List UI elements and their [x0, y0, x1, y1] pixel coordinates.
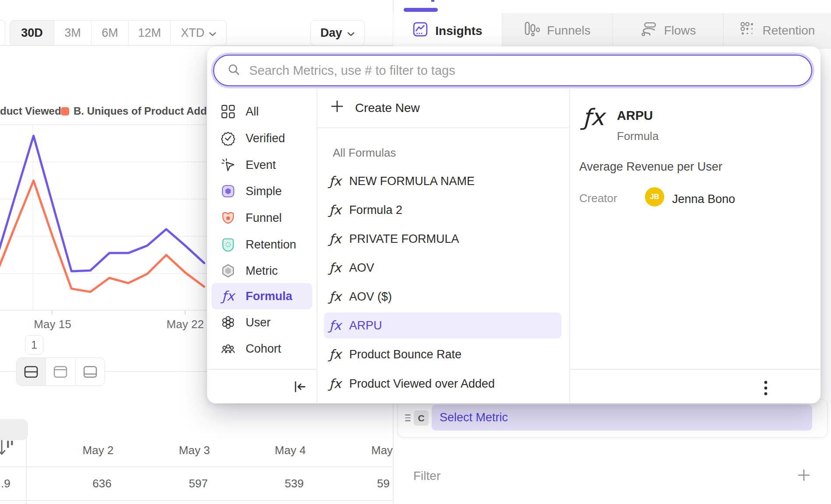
- legend-series-b-swatch[interactable]: [61, 107, 69, 116]
- formula-icon: ƒx: [329, 290, 341, 303]
- filter-section-label: Filter: [413, 469, 440, 483]
- layout-split-button[interactable]: [17, 358, 46, 385]
- search-placeholder: Search Metrics, use # to filter to tags: [249, 63, 455, 78]
- formula-name: Product Viewed over Added: [349, 377, 495, 391]
- sidebar-item-label: Metric: [246, 264, 278, 278]
- drag-handle-icon[interactable]: [405, 414, 411, 421]
- sidebar-item-label: All: [246, 105, 259, 119]
- bottom-view-icon: [83, 366, 97, 378]
- range-12m-button[interactable]: 12M: [129, 21, 171, 46]
- formula-icon: ƒx: [583, 104, 604, 130]
- layout-bottom-button[interactable]: [76, 358, 105, 385]
- formula-name: NEW FORMULA NAME: [349, 175, 475, 188]
- range-xtd-label: XTD: [181, 26, 204, 40]
- sidebar-item-funnel[interactable]: Funnel: [211, 205, 312, 231]
- sidebar-item-simple[interactable]: Simple: [211, 178, 312, 204]
- report-tabs: Insights Funnels Flows Retention: [393, 13, 831, 49]
- table-cell: 597: [168, 477, 229, 490]
- granularity-button[interactable]: Day: [310, 20, 365, 46]
- detail-type: Formula: [617, 130, 658, 143]
- detail-footer-divider: [569, 369, 820, 370]
- user-icon: [220, 315, 236, 330]
- table-header[interactable]: May 3: [164, 444, 225, 457]
- formula-icon: ƒx: [329, 262, 341, 274]
- sidebar-item-label: Retention: [246, 238, 296, 252]
- granularity-label: Day: [320, 26, 342, 40]
- formula-list-item[interactable]: ƒxFormula 2: [324, 197, 561, 223]
- sort-descending-icon[interactable]: [0, 438, 14, 459]
- sidebar-item-label: Funnel: [246, 211, 282, 225]
- formula-name: AOV ($): [349, 290, 392, 304]
- sidebar-item-label: Simple: [246, 185, 282, 198]
- modal-column-divider: [569, 88, 570, 403]
- formula-icon: ƒx: [329, 204, 341, 217]
- range-30d-button[interactable]: 30D: [10, 21, 54, 46]
- sidebar-item-retention[interactable]: Retention: [211, 231, 312, 258]
- legend-series-a-label[interactable]: duct Viewed: [0, 105, 61, 117]
- sidebar-item-metric[interactable]: Metric: [211, 258, 312, 284]
- formula-list-item[interactable]: ƒxPRIVATE FORMULA: [324, 226, 561, 252]
- active-nav-indicator: [404, 8, 438, 12]
- sidebar-item-all[interactable]: All: [211, 98, 312, 125]
- table-header[interactable]: May 4: [260, 444, 321, 457]
- formula-list-item[interactable]: ƒxProduct Viewed over Added: [324, 371, 561, 397]
- formula-list-item[interactable]: ƒxProduct Bounce Rate: [324, 341, 561, 368]
- table-header[interactable]: May 2: [67, 444, 129, 457]
- table-column-divider: [26, 437, 27, 504]
- range-xtd-button[interactable]: XTD: [171, 21, 226, 46]
- page-number-badge[interactable]: 1: [25, 335, 43, 354]
- sidebar-footer-divider: [207, 369, 317, 370]
- formula-icon: ƒx: [329, 233, 341, 245]
- funnel-icon: [220, 210, 236, 226]
- split-view-icon: [24, 366, 38, 378]
- metric-search-input[interactable]: Search Metrics, use # to filter to tags: [213, 55, 812, 86]
- formula-list-item[interactable]: ƒxAOV: [324, 255, 561, 281]
- tab-funnels-label: Funnels: [547, 24, 591, 38]
- table-tab-chip[interactable]: [0, 419, 28, 440]
- flows-icon: [640, 21, 657, 40]
- create-new-button[interactable]: Create New: [331, 100, 420, 116]
- sidebar-item-formula[interactable]: ƒx Formula: [211, 283, 312, 309]
- modal-column-divider: [317, 88, 317, 403]
- kebab-menu-icon[interactable]: [763, 380, 768, 398]
- table-header[interactable]: May: [371, 444, 393, 457]
- collapse-sidebar-icon[interactable]: [293, 380, 307, 396]
- sidebar-item-verified[interactable]: Verified: [211, 125, 312, 151]
- formula-list-item-selected[interactable]: ƒxARPU: [324, 312, 561, 339]
- formula-icon: ƒx: [220, 288, 236, 304]
- add-filter-icon[interactable]: [797, 468, 811, 484]
- table-header-border: [0, 466, 393, 467]
- app-screen: 30D 3M 6M 12M XTD Day Insights Funnels F…: [0, 0, 831, 504]
- detail-description: Average Revenue per User: [579, 160, 722, 174]
- sidebar-item-cohort[interactable]: Cohort: [211, 336, 312, 362]
- tab-funnels[interactable]: Funnels: [502, 13, 613, 49]
- cohort-icon: [220, 341, 236, 357]
- formula-list-item[interactable]: ƒxNEW FORMULA NAME: [324, 168, 561, 194]
- layout-toggle-group: [16, 357, 105, 386]
- formula-icon: ƒx: [329, 319, 341, 332]
- formula-icon: ƒx: [329, 348, 341, 361]
- tab-insights-label: Insights: [435, 24, 482, 38]
- list-divider: [317, 127, 569, 128]
- sidebar-item-label: Event: [246, 158, 276, 172]
- partial-range-button[interactable]: [0, 20, 5, 46]
- layout-top-button[interactable]: [46, 358, 75, 385]
- tab-retention[interactable]: Retention: [723, 13, 831, 49]
- sidebar-item-event[interactable]: Event: [211, 152, 312, 178]
- sidebar-item-label: Verified: [246, 132, 285, 145]
- metric-picker-modal: Search Metrics, use # to filter to tags …: [207, 46, 820, 403]
- range-3m-button[interactable]: 3M: [54, 21, 92, 46]
- table-row-border: [0, 500, 393, 501]
- legend-series-b-label[interactable]: B. Uniques of Product Add: [74, 105, 207, 117]
- select-metric-button[interactable]: Select Metric: [432, 405, 812, 430]
- sidebar-item-user[interactable]: User: [211, 309, 312, 336]
- tab-flows[interactable]: Flows: [613, 13, 723, 49]
- table-row-label-fragment: .9: [1, 477, 11, 490]
- tab-insights[interactable]: Insights: [393, 13, 502, 49]
- formula-list-item[interactable]: ƒxAOV ($): [324, 284, 561, 310]
- plus-icon: [331, 100, 344, 116]
- formula-name: AOV: [349, 261, 374, 275]
- sidebar-item-label: Cohort: [246, 342, 281, 356]
- range-6m-button[interactable]: 6M: [92, 21, 129, 46]
- x-axis-tick-label: May 22: [157, 318, 214, 331]
